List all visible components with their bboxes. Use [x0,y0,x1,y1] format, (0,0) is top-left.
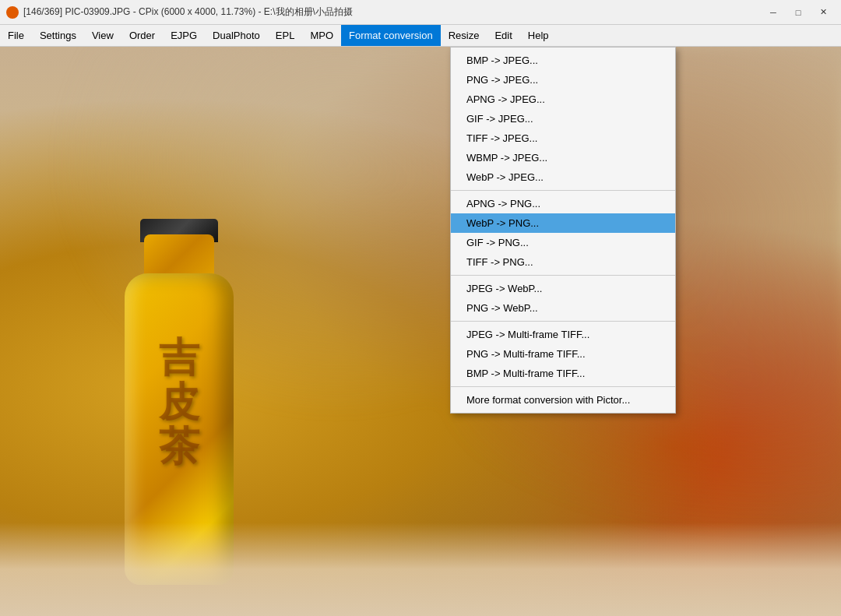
table-surface [0,523,841,616]
menu-item-settings[interactable]: Settings [32,25,84,46]
menu-bar: File Settings View Order EJPG DualPhoto … [0,25,841,47]
title-bar: [146/369] PIC-03909.JPG - CPix (6000 x 4… [0,0,841,25]
menu-item-edit[interactable]: Edit [487,25,519,46]
menu-gif-to-png[interactable]: GIF -> PNG... [451,233,675,252]
menu-gif-to-jpeg[interactable]: GIF -> JPEG... [451,109,675,128]
menu-apng-to-jpeg[interactable]: APNG -> JPEG... [451,90,675,109]
title-bar-controls: ─ □ ✕ [762,4,835,21]
menu-png-to-multi-tiff[interactable]: PNG -> Multi-frame TIFF... [451,344,675,364]
menu-item-epl[interactable]: EPL [268,25,303,46]
menu-item-ejpg[interactable]: EJPG [163,25,205,46]
bottle-text-line2: 皮 [136,380,222,424]
menu-more-format[interactable]: More format conversion with Pictor... [451,390,675,410]
menu-jpeg-to-webp[interactable]: JPEG -> WebP... [451,279,675,298]
menu-tiff-to-jpeg[interactable]: TIFF -> JPEG... [451,128,675,148]
main-content: 吉 皮 茶 [0,47,841,616]
title-bar-left: [146/369] PIC-03909.JPG - CPix (6000 x 4… [6,5,353,19]
bottle-text-line3: 茶 [136,424,222,469]
menu-tiff-to-png[interactable]: TIFF -> PNG... [451,252,675,272]
menu-jpeg-to-multi-tiff[interactable]: JPEG -> Multi-frame TIFF... [451,325,675,344]
window-title: [146/369] PIC-03909.JPG - CPix (6000 x 4… [23,5,353,19]
menu-item-view[interactable]: View [84,25,121,46]
separator-4 [451,386,675,387]
separator-2 [451,275,675,276]
maximize-button[interactable]: □ [786,4,810,21]
app-icon [6,6,19,19]
menu-item-resize[interactable]: Resize [441,25,487,46]
menu-item-order[interactable]: Order [121,25,163,46]
menu-png-to-jpeg[interactable]: PNG -> JPEG... [451,70,675,90]
menu-bmp-to-jpeg[interactable]: BMP -> JPEG... [451,51,675,70]
separator-1 [451,190,675,191]
menu-item-format-conversion[interactable]: Format conversion [341,25,441,46]
photo-background: 吉 皮 茶 [0,47,841,616]
close-button[interactable]: ✕ [811,4,835,21]
menu-bmp-to-multi-tiff[interactable]: BMP -> Multi-frame TIFF... [451,364,675,383]
menu-item-dualphoto[interactable]: DualPhoto [205,25,268,46]
separator-3 [451,321,675,322]
menu-png-to-webp[interactable]: PNG -> WebP... [451,298,675,318]
format-conversion-menu: BMP -> JPEG... PNG -> JPEG... APNG -> JP… [450,47,676,414]
menu-apng-to-png[interactable]: APNG -> PNG... [451,194,675,213]
menu-item-file[interactable]: File [0,25,32,46]
menu-item-mpo[interactable]: MPO [302,25,341,46]
menu-webp-to-png[interactable]: WebP -> PNG... [451,213,675,233]
minimize-button[interactable]: ─ [762,4,785,21]
bottle-text-line1: 吉 [136,336,222,380]
menu-wbmp-to-jpeg[interactable]: WBMP -> JPEG... [451,148,675,167]
menu-item-help[interactable]: Help [520,25,557,46]
menu-webp-to-jpeg[interactable]: WebP -> JPEG... [451,167,675,187]
